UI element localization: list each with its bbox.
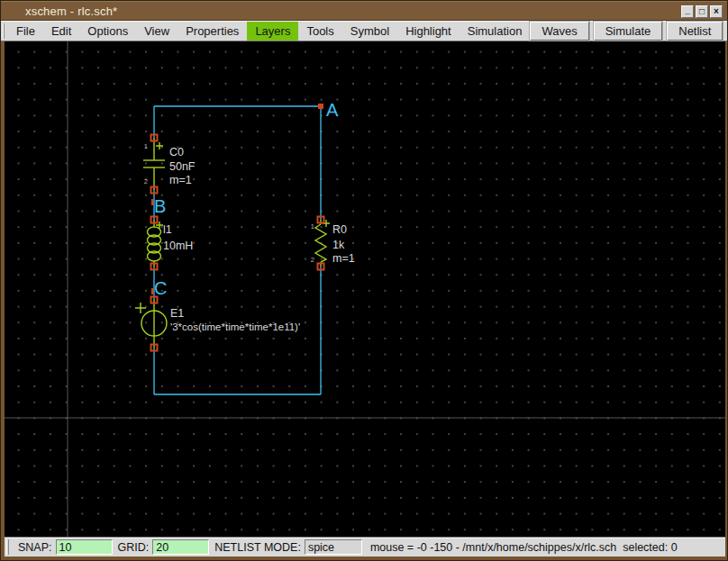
resistor-body (315, 220, 330, 267)
window-title: xschem - rlc.sch* (1, 5, 117, 18)
capacitor-name[interactable]: C0 (169, 146, 184, 158)
source-value[interactable]: '3*cos(time*time*time*1e11)' (170, 321, 300, 332)
wire-endpoint-marker (318, 104, 323, 109)
menu-file[interactable]: File (8, 22, 43, 41)
minimize-icon[interactable]: _ (681, 5, 694, 18)
mouse-status-text: mouse = -0 -150 - /mnt/x/home/schippes/x… (370, 541, 678, 554)
node-label-a[interactable]: A (326, 100, 339, 120)
pin-number: 1 (311, 222, 314, 231)
source-body (135, 300, 167, 348)
pin-number: 2 (311, 256, 314, 264)
menu-layers[interactable]: Layers (247, 22, 298, 41)
pin-number: 2 (144, 177, 148, 185)
menu-edit[interactable]: Edit (43, 22, 79, 41)
resistor-mult[interactable]: m=1 (332, 252, 355, 265)
snap-label: SNAP: (18, 541, 52, 554)
menubar-gripper[interactable] (3, 23, 5, 39)
simulate-button[interactable]: Simulate (594, 22, 663, 41)
xschem-window: xschem - rlc.sch* _ □ × File Edit Option… (0, 0, 728, 561)
capacitor-mult[interactable]: m=1 (169, 174, 192, 186)
plus-mark (135, 303, 146, 313)
voltage-source-symbol[interactable]: E1 '3*cos(time*time*time*1e11)' (135, 297, 300, 351)
menu-tools[interactable]: Tools (298, 22, 341, 41)
menu-symbol[interactable]: Symbol (342, 22, 397, 41)
grid-input[interactable]: 20 (152, 539, 209, 555)
grid-label: GRID: (118, 541, 150, 554)
menu-view[interactable]: View (136, 22, 177, 41)
snap-input[interactable]: 10 (56, 539, 113, 555)
statusbar-gripper[interactable] (6, 539, 9, 555)
inductor-symbol[interactable]: l1 10mH (148, 217, 194, 270)
capacitor-symbol[interactable]: 1 2 C0 50nF m=1 (143, 135, 196, 194)
netlist-mode-label: NETLIST MODE: (214, 541, 301, 554)
title-bar[interactable]: xschem - rlc.sch* _ □ × (1, 1, 727, 21)
inductor-body (148, 220, 164, 267)
netlist-mode-input[interactable]: spice (305, 539, 362, 555)
menu-simulation[interactable]: Simulation (460, 22, 531, 41)
capacitor-value[interactable]: 50nF (169, 160, 196, 173)
node-label-b[interactable]: B (154, 196, 166, 216)
inductor-value[interactable]: 10mH (163, 240, 193, 252)
waves-button[interactable]: Waves (530, 22, 588, 41)
window-controls: _ □ × (681, 5, 723, 18)
resistor-name[interactable]: R0 (332, 223, 347, 236)
schematic-canvas[interactable]: 1 2 C0 50nF m=1 l1 (5, 41, 725, 537)
node-label-c[interactable]: C (154, 278, 167, 298)
resistor-symbol[interactable]: 1 2 R0 1k m=1 (311, 217, 355, 270)
menu-highlight[interactable]: Highlight (397, 22, 460, 41)
close-icon[interactable]: × (710, 5, 723, 18)
menu-properties[interactable]: Properties (177, 22, 247, 41)
menu-options[interactable]: Options (79, 22, 136, 41)
status-bar: SNAP: 10 GRID: 20 NETLIST MODE: spice mo… (5, 537, 725, 556)
resistor-value[interactable]: 1k (332, 239, 345, 251)
pin-number: 1 (144, 142, 148, 150)
source-name[interactable]: E1 (170, 307, 184, 320)
inductor-name[interactable]: l1 (163, 223, 172, 236)
plus-mark (156, 142, 163, 149)
maximize-icon[interactable]: □ (696, 5, 708, 18)
netlist-button[interactable]: Netlist (667, 22, 723, 41)
menu-bar: File Edit Options View Properties Layers… (1, 21, 727, 41)
